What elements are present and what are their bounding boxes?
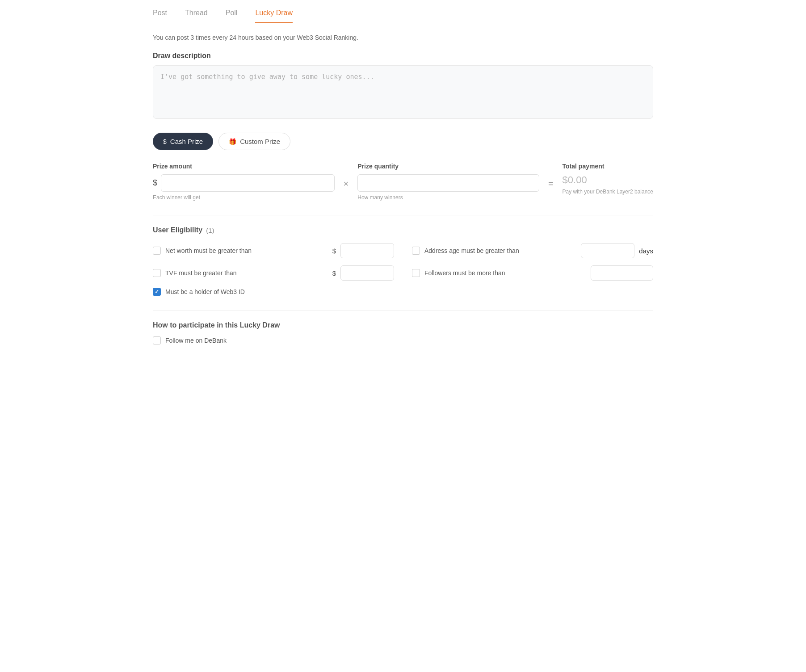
prize-amount-hint: Each winner will get [153, 194, 335, 201]
prize-amount-input[interactable] [161, 174, 335, 192]
total-payment-label: Total payment [563, 163, 653, 170]
custom-prize-button[interactable]: 🎁 Custom Prize [218, 133, 290, 150]
eligibility-grid: Net worth must be greater than $ Address… [153, 243, 653, 281]
web3-id-checkbox[interactable] [153, 288, 161, 296]
info-text: You can post 3 times every 24 hours base… [153, 34, 653, 41]
dollar-icon: $ [163, 138, 167, 145]
eligibility-header: User Eligibility (1) [153, 226, 653, 234]
follow-debank-checkbox[interactable] [153, 336, 161, 344]
gift-icon: 🎁 [229, 138, 236, 145]
tab-poll[interactable]: Poll [226, 4, 238, 23]
participate-title: How to participate in this Lucky Draw [153, 321, 653, 329]
followers-label: Followers must be more than [424, 269, 586, 277]
followers-input[interactable] [591, 265, 653, 281]
address-age-input[interactable] [581, 243, 634, 258]
net-worth-input[interactable] [340, 243, 394, 258]
equals-symbol: = [548, 179, 554, 189]
follow-debank-label: Follow me on DeBank [165, 337, 227, 344]
prize-fields-row: Prize amount $ Each winner will get × Pr… [153, 163, 653, 201]
custom-prize-label: Custom Prize [240, 138, 280, 145]
tab-post[interactable]: Post [153, 4, 167, 23]
tab-bar: Post Thread Poll Lucky Draw [153, 0, 653, 23]
eligibility-title: User Eligibility [153, 226, 202, 234]
eligibility-address-age-row: Address age must be greater than days [412, 243, 653, 258]
prize-type-toggle: $ Cash Prize 🎁 Custom Prize [153, 133, 653, 150]
eligibility-count: (1) [206, 227, 214, 234]
multiplier-symbol: × [344, 179, 349, 189]
prize-quantity-group: Prize quantity How many winners [357, 163, 539, 201]
tvf-dollar: $ [332, 269, 336, 277]
web3-id-label: Must be a holder of Web3 ID [165, 288, 653, 295]
prize-quantity-hint: How many winners [357, 194, 539, 201]
tab-lucky-draw[interactable]: Lucky Draw [255, 4, 293, 23]
net-worth-checkbox[interactable] [153, 247, 161, 255]
follow-debank-row: Follow me on DeBank [153, 336, 653, 344]
section-divider [153, 215, 653, 215]
eligibility-tvf-row: TVF must be greater than $ [153, 265, 394, 281]
tvf-input[interactable] [340, 265, 394, 281]
total-payment-group: Total payment $0.00 Pay with your DeBank… [563, 163, 653, 195]
prize-amount-label: Prize amount [153, 163, 335, 170]
tvf-label: TVF must be greater than [165, 269, 328, 277]
eligibility-net-worth-row: Net worth must be greater than $ [153, 243, 394, 258]
draw-description-label: Draw description [153, 52, 653, 60]
days-label: days [639, 247, 653, 255]
prize-quantity-input[interactable] [357, 174, 539, 192]
tab-thread[interactable]: Thread [185, 4, 208, 23]
address-age-checkbox[interactable] [412, 247, 420, 255]
net-worth-dollar: $ [332, 247, 336, 255]
draw-description-input[interactable] [153, 65, 653, 119]
prize-amount-group: Prize amount $ Each winner will get [153, 163, 335, 201]
net-worth-label: Net worth must be greater than [165, 247, 328, 254]
prize-quantity-label: Prize quantity [357, 163, 539, 170]
eligibility-followers-row: Followers must be more than [412, 265, 653, 281]
total-amount-value: $0.00 [563, 174, 653, 186]
cash-prize-button[interactable]: $ Cash Prize [153, 133, 213, 150]
address-age-label: Address age must be greater than [424, 247, 576, 254]
followers-checkbox[interactable] [412, 269, 420, 277]
tvf-checkbox[interactable] [153, 269, 161, 277]
total-payment-hint: Pay with your DeBank Layer2 balance [563, 189, 653, 195]
cash-prize-label: Cash Prize [170, 138, 203, 145]
web3-id-row: Must be a holder of Web3 ID [153, 288, 653, 296]
participate-section: How to participate in this Lucky Draw Fo… [153, 321, 653, 344]
participate-divider [153, 310, 653, 311]
amount-dollar-symbol: $ [153, 178, 157, 188]
